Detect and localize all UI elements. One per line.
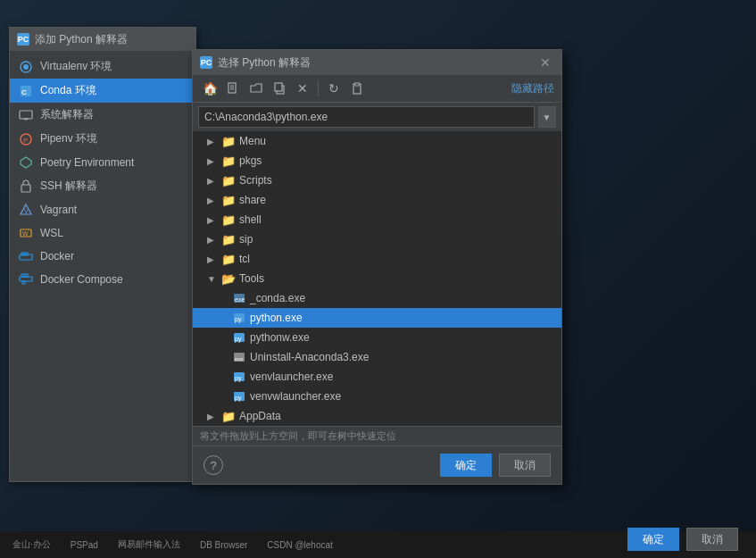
tree-item-pkgs[interactable]: ▶ 📁 pkgs: [193, 151, 561, 171]
expand-arrow-menu: ▶: [207, 137, 218, 146]
svg-rect-27: [275, 83, 282, 91]
sidebar-item-pipenv-label: Pipenv 环境: [40, 131, 97, 146]
outer-dialog-footer: 确定 取消: [627, 528, 738, 551]
sidebar-item-wsl-label: WSL: [40, 227, 63, 239]
svg-text:py: py: [235, 336, 242, 343]
sidebar-item-system-label: 系统解释器: [40, 107, 94, 122]
status-text: 将文件拖放到上方空间，即可在树中快速定位: [200, 430, 396, 441]
taskbar-item-2[interactable]: PSPad: [65, 538, 104, 552]
inner-dialog-titlebar: PC 选择 Python 解释器 ✕: [193, 50, 561, 75]
folder-icon-tools: 📂: [221, 271, 236, 286]
expand-arrow-shell: ▶: [207, 215, 218, 225]
cancel-button[interactable]: 取消: [499, 454, 551, 477]
help-button[interactable]: ?: [204, 455, 223, 475]
tree-item-scripts[interactable]: ▶ 📁 Scripts: [193, 171, 561, 190]
path-input[interactable]: [198, 106, 535, 128]
expand-arrow-tools: ▼: [207, 274, 218, 284]
sidebar-item-virtualenv-label: Virtualenv 环境: [40, 59, 112, 74]
venvwlauncher-icon: py: [232, 389, 246, 404]
svg-text:py: py: [235, 375, 242, 382]
vagrant-icon: V: [19, 203, 33, 217]
sidebar-item-docker-compose-label: Docker Compose: [40, 273, 123, 286]
tree-item-venvlauncher-label: venvlauncher.exe: [250, 371, 333, 383]
folder-icon-menu: 📁: [221, 134, 236, 148]
tree-item-tcl[interactable]: ▶ 📁 tcl: [193, 249, 561, 269]
sidebar-item-docker[interactable]: Docker: [10, 245, 195, 268]
svg-rect-10: [21, 185, 30, 192]
outer-dialog-title: 添加 Python 解释器: [35, 32, 128, 47]
toolbar-copy-button[interactable]: [270, 79, 289, 98]
ssh-icon: [19, 179, 33, 194]
sidebar-item-ssh[interactable]: SSH 解释器: [10, 174, 195, 198]
taskbar-item-5[interactable]: CSDN @lehocat: [262, 538, 338, 552]
uninstall-icon: exe: [232, 350, 246, 364]
tree-item-uninstall-label: Uninstall-Anaconda3.exe: [250, 351, 369, 363]
taskbar-item-4[interactable]: DB Browser: [195, 538, 253, 552]
toolbar-new-file-button[interactable]: [223, 79, 243, 98]
toolbar-home-button[interactable]: 🏠: [200, 79, 220, 98]
sidebar-item-vagrant[interactable]: V Vagrant: [10, 198, 195, 221]
svg-rect-21: [22, 281, 25, 284]
tree-item-scripts-label: Scripts: [239, 174, 272, 187]
sidebar-item-virtualenv[interactable]: Virtualenv 环境: [10, 54, 195, 79]
tree-item-shell-label: shell: [239, 213, 262, 226]
sidebar-item-wsl[interactable]: W WSL: [10, 221, 195, 245]
inner-dialog-close-button[interactable]: ✕: [536, 55, 554, 70]
tree-item-pythonw-exe[interactable]: ▶ py pythonw.exe: [193, 328, 561, 347]
outer-confirm-button[interactable]: 确定: [627, 528, 679, 551]
folder-icon-shell: 📁: [221, 212, 236, 227]
tree-item-python-exe[interactable]: ▶ py python.exe: [193, 308, 561, 328]
svg-text:W: W: [22, 230, 29, 237]
toolbar-refresh-button[interactable]: ↻: [324, 79, 344, 98]
sidebar-item-pipenv[interactable]: P Pipenv 环境: [10, 127, 195, 151]
svg-rect-18: [20, 277, 32, 281]
svg-marker-9: [21, 157, 31, 168]
sidebar-item-conda-label: Conda 环境: [40, 83, 96, 98]
tree-item-menu[interactable]: ▶ 📁 Menu: [193, 131, 561, 151]
taskbar-item-3[interactable]: 网易邮件输入法: [112, 537, 186, 553]
file-tree[interactable]: ▶ 📁 Menu ▶ 📁 pkgs ▶ 📁 Scripts ▶ 📁 share …: [193, 131, 561, 426]
expand-arrow-share: ▶: [207, 196, 218, 205]
sidebar-item-poetry[interactable]: Poetry Environment: [10, 151, 195, 174]
conda-icon: C: [19, 84, 33, 98]
tree-item-venvwlauncher[interactable]: ▶ py venvwlauncher.exe: [193, 387, 561, 406]
svg-text:exe: exe: [235, 296, 245, 303]
toolbar-delete-button[interactable]: ✕: [293, 79, 312, 98]
inner-dialog-title: 选择 Python 解释器: [218, 55, 311, 71]
tree-item-conda-exe[interactable]: ▶ exe _conda.exe: [193, 288, 561, 308]
toolbar-folder-button[interactable]: [246, 79, 266, 98]
toolbar-clipboard-button[interactable]: [347, 79, 367, 98]
sidebar-item-system[interactable]: 系统解释器: [10, 103, 195, 127]
expand-arrow-sip: ▶: [207, 235, 218, 245]
outer-dialog: PC 添加 Python 解释器 Virtualenv 环境 C Conda 环…: [9, 27, 196, 482]
tree-item-tools[interactable]: ▼ 📂 Tools: [193, 269, 561, 288]
tree-item-sip-label: sip: [239, 233, 253, 246]
confirm-button[interactable]: 确定: [440, 454, 492, 477]
tree-item-pkgs-label: pkgs: [239, 154, 262, 167]
sidebar-item-conda[interactable]: C Conda 环境: [10, 79, 195, 103]
tree-item-venvwlauncher-label: venvwlauncher.exe: [250, 390, 341, 403]
sidebar-item-ssh-label: SSH 解释器: [40, 179, 97, 194]
tree-item-appdata[interactable]: ▶ 📁 AppData: [193, 406, 561, 426]
wsl-icon: W: [19, 226, 33, 240]
outer-cancel-button[interactable]: 取消: [686, 528, 738, 551]
conda-exe-icon: exe: [232, 291, 246, 305]
tree-item-uninstall[interactable]: ▶ exe Uninstall-Anaconda3.exe: [193, 347, 561, 367]
sidebar-item-docker-label: Docker: [40, 250, 74, 262]
tree-item-sip[interactable]: ▶ 📁 sip: [193, 229, 561, 249]
tree-item-share[interactable]: ▶ 📁 share: [193, 190, 561, 210]
sidebar-item-docker-compose[interactable]: Docker Compose: [10, 268, 195, 291]
svg-rect-29: [355, 83, 359, 86]
svg-text:py: py: [235, 395, 242, 402]
footer-buttons: 确定 取消: [440, 454, 551, 477]
path-dropdown-button[interactable]: ▼: [538, 106, 556, 128]
outer-dialog-titlebar: PC 添加 Python 解释器: [10, 28, 195, 51]
expand-arrow-scripts: ▶: [207, 176, 218, 186]
inner-title-left: PC 选择 Python 解释器: [200, 55, 311, 71]
tree-item-shell[interactable]: ▶ 📁 shell: [193, 210, 561, 229]
tree-item-venvlauncher[interactable]: ▶ py venvlauncher.exe: [193, 367, 561, 387]
sidebar-item-vagrant-label: Vagrant: [40, 204, 77, 216]
hide-path-button[interactable]: 隐藏路径: [511, 81, 554, 96]
taskbar-item-1[interactable]: 金山·办公: [7, 537, 56, 553]
poetry-icon: [19, 155, 33, 170]
